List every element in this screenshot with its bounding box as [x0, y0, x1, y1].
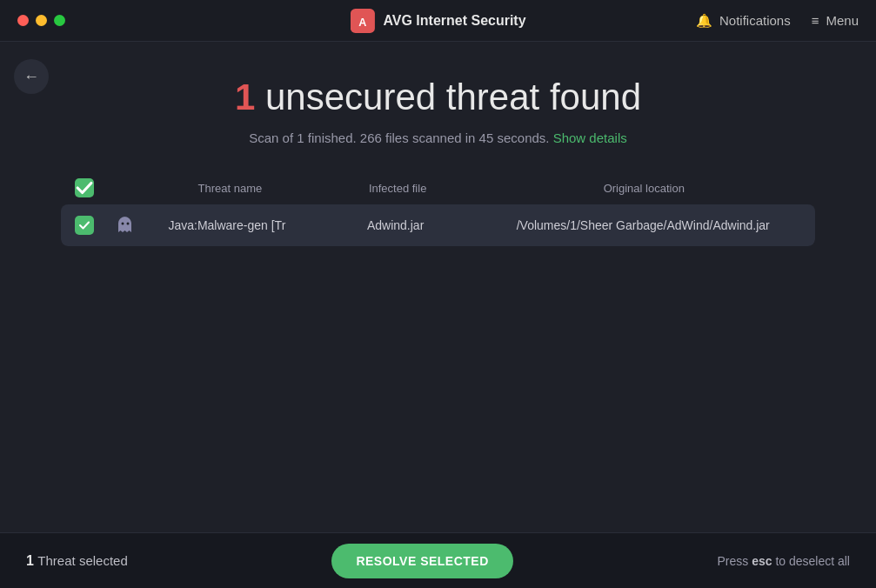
threat-name-header: Threat name [151, 182, 309, 195]
title-bar: A AVG Internet Security 🔔 Notifications … [0, 0, 876, 42]
show-details-link[interactable]: Show details [553, 130, 627, 145]
back-button[interactable]: ← [14, 59, 49, 94]
svg-text:A: A [358, 16, 366, 28]
scan-summary-text: Scan of 1 finished. 266 files scanned in… [249, 130, 549, 145]
select-all-checkbox[interactable] [75, 178, 94, 197]
footer: 1 Threat selected RESOLVE SELECTED Press… [0, 532, 876, 588]
app-name: AVG Internet Security [383, 13, 525, 29]
resolve-selected-button[interactable]: RESOLVE SELECTED [331, 544, 512, 578]
row-check-icon [78, 219, 90, 231]
app-title-center: A AVG Internet Security [350, 9, 525, 33]
infected-file-header: Infected file [319, 182, 477, 195]
menu-button[interactable]: ≡ Menu [812, 13, 859, 28]
traffic-lights [17, 15, 65, 26]
scan-summary: Scan of 1 finished. 266 files scanned in… [43, 130, 833, 145]
notifications-label: Notifications [719, 13, 791, 28]
menu-label: Menu [826, 13, 859, 28]
threat-headline: 1 unsecured threat found [43, 77, 833, 118]
selected-count: 1 [26, 553, 34, 568]
row-checkbox[interactable] [75, 216, 94, 235]
close-button[interactable] [17, 15, 29, 26]
check-icon [75, 178, 94, 197]
threat-table: Threat name Infected file Original locat… [61, 171, 815, 246]
hamburger-icon: ≡ [812, 13, 819, 28]
selected-label: Threat selected [37, 553, 127, 568]
infected-file-value: Adwind.jar [367, 218, 424, 232]
header-checkbox-col [75, 178, 103, 197]
minimize-button[interactable] [36, 15, 47, 26]
back-arrow-icon: ← [23, 68, 39, 86]
deselect-hint: Press esc to deselect all [717, 554, 850, 568]
table-row[interactable]: Java:Malware-gen [Tr Adwind.jar /Volumes… [61, 204, 815, 246]
title-right-controls: 🔔 Notifications ≡ Menu [696, 13, 859, 29]
threat-headline-text: unsecured threat found [265, 77, 641, 117]
esc-key: esc [752, 554, 772, 568]
threat-count: 1 [235, 77, 255, 117]
bell-icon: 🔔 [696, 13, 712, 29]
table-header: Threat name Infected file Original locat… [61, 171, 815, 204]
infected-file-cell: Adwind.jar [317, 217, 475, 233]
row-checkbox-col [75, 216, 103, 235]
threat-selected-info: 1 Threat selected [26, 553, 128, 569]
main-content: 1 unsecured threat found Scan of 1 finis… [0, 42, 876, 264]
threat-name-cell: Java:Malware-gen [Tr [148, 217, 306, 233]
threat-type-icon [113, 213, 137, 237]
original-location-value: /Volumes/1/Sheer Garbage/AdWind/Adwind.j… [517, 218, 770, 232]
svg-point-2 [122, 223, 124, 225]
maximize-button[interactable] [54, 15, 65, 26]
svg-point-3 [127, 223, 130, 225]
app-logo-icon: A [350, 9, 374, 33]
notifications-button[interactable]: 🔔 Notifications [696, 13, 791, 29]
original-location-cell: /Volumes/1/Sheer Garbage/AdWind/Adwind.j… [485, 217, 802, 233]
ghost-icon [115, 215, 136, 236]
original-location-header: Original location [487, 182, 802, 195]
threat-name-value: Java:Malware-gen [Tr [168, 218, 285, 232]
